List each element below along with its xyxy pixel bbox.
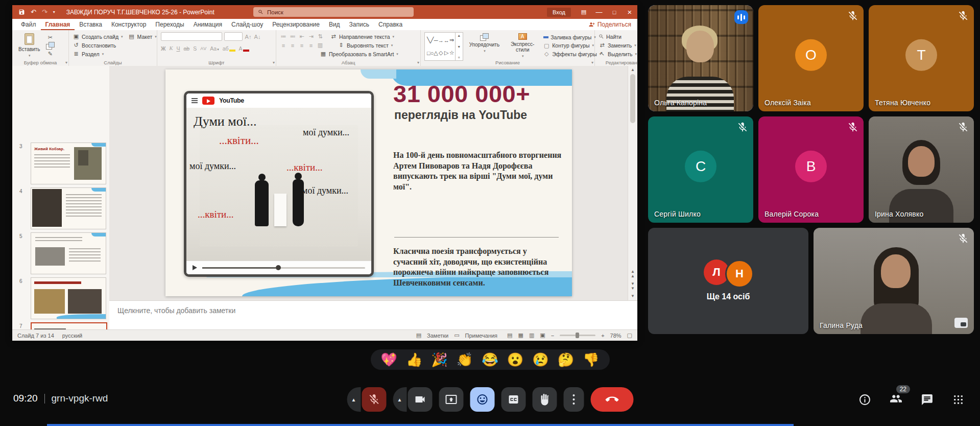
mic-button-muted[interactable]: [362, 387, 386, 412]
camera-options-chevron[interactable]: ▲: [393, 387, 407, 412]
tile-more-participants[interactable]: Л Н Ще 14 осіб: [648, 228, 808, 334]
canvas-scrollbar[interactable]: ▲ ▲▲ ▼▼ ▼: [628, 66, 637, 300]
zoom-slider[interactable]: [560, 335, 595, 336]
captions-button[interactable]: [501, 387, 525, 412]
info-icon[interactable]: [858, 393, 871, 406]
current-slide[interactable]: YouTube Думи мої... мої думки... ...квіт…: [165, 69, 572, 296]
new-slide-button[interactable]: Создать слайд: [82, 34, 118, 40]
slide-canvas[interactable]: YouTube Думи мої... мої думки... ...квіт…: [109, 66, 628, 300]
find-button[interactable]: Найти: [606, 34, 622, 40]
shrink-font-icon[interactable]: А↓: [254, 33, 261, 40]
scrollbar-thumb[interactable]: [630, 74, 635, 123]
reaction-thumbs-down[interactable]: 👎: [583, 353, 599, 366]
slide-thumbnail-6[interactable]: [31, 277, 106, 319]
bold-button[interactable]: Ж: [161, 45, 166, 52]
italic-button[interactable]: К: [170, 45, 173, 51]
tab-animations[interactable]: Анимация: [189, 19, 227, 30]
highlight-color-icon[interactable]: аб: [223, 45, 235, 52]
mic-options-chevron[interactable]: ▲: [347, 387, 361, 412]
section-button[interactable]: Раздел: [82, 51, 100, 57]
layout-button[interactable]: Макет: [137, 34, 153, 40]
slide-thumbnail-5[interactable]: [31, 232, 106, 274]
tile-tetiana-yuvchenko[interactable]: Т Тетяна Ювченко: [869, 5, 974, 111]
cut-icon[interactable]: ✂: [46, 34, 54, 41]
reaction-clap[interactable]: 👏: [457, 353, 473, 366]
reaction-cry[interactable]: 😢: [532, 353, 548, 366]
line-spacing-icon[interactable]: ⇅: [317, 33, 324, 40]
previous-slide-icon[interactable]: ▲▲: [631, 269, 635, 278]
tab-record[interactable]: Запись: [345, 19, 374, 30]
replace-button[interactable]: Заменить: [608, 42, 632, 49]
scroll-down-icon[interactable]: ▼: [631, 294, 635, 298]
align-left-icon[interactable]: ≡: [280, 42, 287, 49]
slide-thumbnail-4[interactable]: [31, 187, 106, 229]
tab-slideshow[interactable]: Слайд-шоу: [227, 19, 268, 30]
save-icon[interactable]: [18, 9, 25, 15]
character-spacing-icon[interactable]: АV: [200, 46, 206, 51]
font-color-icon[interactable]: А: [239, 45, 249, 52]
redo-icon[interactable]: ↷: [42, 8, 47, 16]
change-case-icon[interactable]: Аа▾: [210, 45, 219, 52]
more-options-button[interactable]: [563, 387, 584, 412]
tab-file[interactable]: Файл: [16, 19, 41, 30]
fit-to-window-icon[interactable]: ▢: [627, 332, 632, 339]
drawing-dialog-launcher-icon[interactable]: ▾: [591, 60, 593, 65]
tile-oleksii-zaika[interactable]: О Олексій Заіка: [758, 5, 864, 111]
end-call-button[interactable]: [590, 387, 633, 412]
tab-review[interactable]: Рецензирование: [268, 19, 324, 30]
decrease-indent-icon[interactable]: ⇤: [298, 33, 305, 40]
qat-customize-icon[interactable]: ▾: [53, 10, 55, 14]
font-dialog-launcher-icon[interactable]: ▾: [273, 60, 275, 65]
zoom-out-button[interactable]: −: [551, 333, 554, 339]
shapes-gallery[interactable]: ╲╱─→↔⇒ □○△◇▷☆ ▲▼≡: [424, 32, 463, 61]
search-box[interactable]: Поиск: [253, 7, 414, 17]
undo-icon[interactable]: ↶: [31, 8, 36, 16]
slide-thumbnail-3[interactable]: Живий Кобзар.: [31, 143, 106, 184]
reactions-button-active[interactable]: [470, 387, 494, 412]
raise-hand-button[interactable]: [532, 387, 557, 412]
bullets-icon[interactable]: ≔: [280, 33, 287, 40]
format-painter-icon[interactable]: ✎: [46, 50, 54, 57]
slideshow-icon[interactable]: ▣: [540, 332, 545, 339]
tab-view[interactable]: Вид: [324, 19, 345, 30]
tile-olha-kaporina[interactable]: Ольга Капоріна: [648, 5, 753, 111]
align-center-icon[interactable]: ≡: [289, 42, 296, 49]
zoom-in-button[interactable]: +: [601, 333, 604, 339]
shape-outline-button[interactable]: Контур фигуры: [552, 42, 589, 49]
tile-valerii-soroka[interactable]: В Валерій Сорока: [758, 116, 864, 223]
text-direction-button[interactable]: Направление текста: [339, 34, 390, 40]
chat-icon[interactable]: [921, 393, 934, 406]
scroll-up-icon[interactable]: ▲: [631, 67, 635, 72]
increase-indent-icon[interactable]: ⇥: [307, 33, 315, 40]
notes-pane[interactable]: Щелкните, чтобы добавить заметки: [109, 300, 637, 329]
font-name-combobox[interactable]: [161, 32, 222, 41]
language-indicator[interactable]: русский: [62, 333, 82, 339]
paste-button[interactable]: Вставить▾: [16, 32, 42, 59]
select-button[interactable]: Выделить: [608, 51, 632, 57]
tile-halyna-ruda[interactable]: Галина Руда: [814, 228, 974, 334]
numbering-icon[interactable]: ≕: [289, 33, 296, 40]
copy-icon[interactable]: [46, 42, 54, 49]
tab-home[interactable]: Главная: [41, 19, 75, 30]
smartart-button[interactable]: Преобразовать в SmartArt: [329, 51, 394, 57]
justify-icon[interactable]: ≡: [307, 42, 315, 49]
reaction-surprised[interactable]: 😮: [507, 353, 523, 366]
columns-icon[interactable]: ▥: [317, 42, 324, 49]
shape-effects-button[interactable]: Эффекты фигуры: [552, 51, 597, 57]
ribbon-display-options-icon[interactable]: ▤: [576, 5, 591, 19]
underline-button[interactable]: Ч: [176, 45, 180, 52]
shapes-gallery-scroll[interactable]: ▲▼≡: [455, 33, 463, 60]
arrange-button[interactable]: Упорядочить▾: [467, 32, 503, 59]
clipboard-dialog-launcher-icon[interactable]: ▾: [65, 60, 67, 65]
tab-help[interactable]: Справка: [374, 19, 407, 30]
minimize-button[interactable]: —: [591, 5, 607, 19]
paragraph-dialog-launcher-icon[interactable]: ▾: [417, 60, 419, 65]
reading-view-icon[interactable]: ▥: [529, 332, 534, 339]
reset-button[interactable]: Восстановить: [82, 42, 116, 49]
tab-transitions[interactable]: Переходы: [151, 19, 188, 30]
grow-font-icon[interactable]: А↑: [245, 33, 252, 40]
people-panel-button[interactable]: 22: [890, 392, 902, 407]
slide-sorter-icon[interactable]: ▦: [518, 332, 523, 339]
reaction-thumbs-up[interactable]: 👍: [406, 353, 422, 366]
shape-fill-button[interactable]: Заливка фигуры: [551, 34, 591, 40]
